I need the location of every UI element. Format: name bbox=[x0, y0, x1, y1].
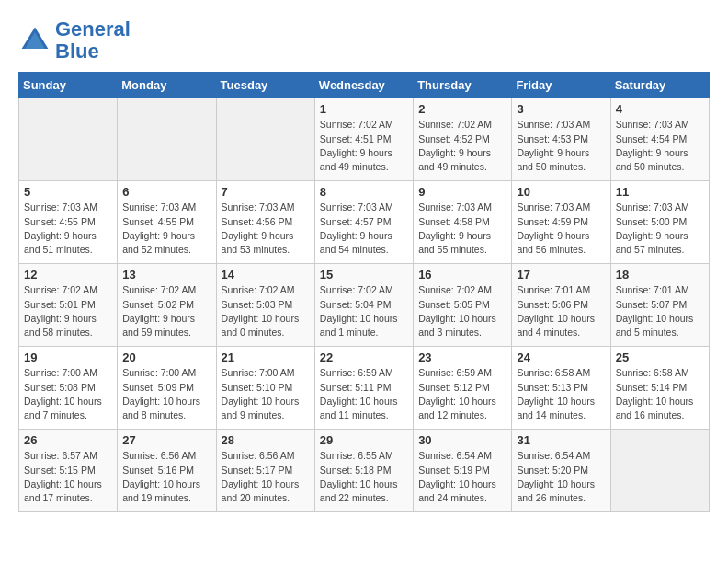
calendar-cell: 2Sunrise: 7:02 AM Sunset: 4:52 PM Daylig… bbox=[414, 98, 512, 181]
calendar-cell: 22Sunrise: 6:59 AM Sunset: 5:11 PM Dayli… bbox=[314, 347, 413, 430]
page-header: GeneralBlue bbox=[18, 18, 710, 63]
day-number: 17 bbox=[517, 268, 605, 282]
calendar-cell: 19Sunrise: 7:00 AM Sunset: 5:08 PM Dayli… bbox=[19, 347, 118, 430]
day-info: Sunrise: 7:03 AM Sunset: 4:59 PM Dayligh… bbox=[517, 201, 605, 257]
calendar-cell bbox=[19, 98, 118, 181]
calendar-cell bbox=[216, 98, 314, 181]
day-number: 14 bbox=[222, 268, 310, 282]
day-info: Sunrise: 7:02 AM Sunset: 5:05 PM Dayligh… bbox=[418, 283, 506, 339]
day-info: Sunrise: 6:59 AM Sunset: 5:11 PM Dayligh… bbox=[320, 366, 408, 422]
calendar-cell: 28Sunrise: 6:56 AM Sunset: 5:17 PM Dayli… bbox=[216, 430, 314, 512]
day-info: Sunrise: 6:58 AM Sunset: 5:13 PM Dayligh… bbox=[517, 366, 605, 422]
calendar-cell: 31Sunrise: 6:54 AM Sunset: 5:20 PM Dayli… bbox=[512, 430, 610, 512]
day-number: 10 bbox=[517, 185, 605, 199]
logo-icon bbox=[18, 24, 51, 57]
day-info: Sunrise: 6:57 AM Sunset: 5:15 PM Dayligh… bbox=[24, 449, 112, 505]
calendar-cell: 5Sunrise: 7:03 AM Sunset: 4:55 PM Daylig… bbox=[19, 181, 118, 264]
day-info: Sunrise: 7:00 AM Sunset: 5:10 PM Dayligh… bbox=[222, 366, 310, 422]
day-number: 27 bbox=[122, 433, 210, 447]
day-number: 21 bbox=[222, 350, 310, 364]
calendar-cell: 17Sunrise: 7:01 AM Sunset: 5:06 PM Dayli… bbox=[512, 264, 610, 347]
calendar-cell: 27Sunrise: 6:56 AM Sunset: 5:16 PM Dayli… bbox=[118, 430, 216, 512]
calendar-cell: 4Sunrise: 7:03 AM Sunset: 4:54 PM Daylig… bbox=[610, 98, 709, 181]
column-header-thursday: Thursday bbox=[414, 73, 512, 98]
week-row-1: 1Sunrise: 7:02 AM Sunset: 4:51 PM Daylig… bbox=[19, 98, 710, 181]
day-info: Sunrise: 6:54 AM Sunset: 5:19 PM Dayligh… bbox=[418, 449, 506, 505]
calendar-cell: 30Sunrise: 6:54 AM Sunset: 5:19 PM Dayli… bbox=[414, 430, 512, 512]
day-info: Sunrise: 7:03 AM Sunset: 4:58 PM Dayligh… bbox=[418, 201, 506, 257]
day-number: 8 bbox=[320, 185, 408, 199]
day-number: 5 bbox=[24, 185, 112, 199]
day-info: Sunrise: 6:59 AM Sunset: 5:12 PM Dayligh… bbox=[418, 366, 506, 422]
day-number: 16 bbox=[418, 268, 506, 282]
day-info: Sunrise: 7:02 AM Sunset: 5:02 PM Dayligh… bbox=[122, 283, 210, 339]
day-info: Sunrise: 7:02 AM Sunset: 4:51 PM Dayligh… bbox=[320, 118, 408, 174]
day-number: 3 bbox=[517, 102, 605, 116]
day-number: 22 bbox=[320, 350, 408, 364]
day-number: 19 bbox=[24, 350, 112, 364]
day-number: 12 bbox=[24, 268, 112, 282]
day-info: Sunrise: 6:54 AM Sunset: 5:20 PM Dayligh… bbox=[517, 449, 605, 505]
day-number: 15 bbox=[320, 268, 408, 282]
day-number: 13 bbox=[122, 268, 210, 282]
day-info: Sunrise: 7:00 AM Sunset: 5:09 PM Dayligh… bbox=[122, 366, 210, 422]
week-row-4: 19Sunrise: 7:00 AM Sunset: 5:08 PM Dayli… bbox=[19, 347, 710, 430]
calendar-cell: 6Sunrise: 7:03 AM Sunset: 4:55 PM Daylig… bbox=[118, 181, 216, 264]
day-info: Sunrise: 7:02 AM Sunset: 5:04 PM Dayligh… bbox=[320, 283, 408, 339]
calendar-cell: 23Sunrise: 6:59 AM Sunset: 5:12 PM Dayli… bbox=[414, 347, 512, 430]
calendar-cell: 14Sunrise: 7:02 AM Sunset: 5:03 PM Dayli… bbox=[216, 264, 314, 347]
calendar-cell: 7Sunrise: 7:03 AM Sunset: 4:56 PM Daylig… bbox=[216, 181, 314, 264]
calendar-cell: 10Sunrise: 7:03 AM Sunset: 4:59 PM Dayli… bbox=[512, 181, 610, 264]
calendar-cell: 9Sunrise: 7:03 AM Sunset: 4:58 PM Daylig… bbox=[414, 181, 512, 264]
calendar-cell: 12Sunrise: 7:02 AM Sunset: 5:01 PM Dayli… bbox=[19, 264, 118, 347]
column-header-saturday: Saturday bbox=[610, 73, 709, 98]
calendar-cell: 13Sunrise: 7:02 AM Sunset: 5:02 PM Dayli… bbox=[118, 264, 216, 347]
calendar-cell: 29Sunrise: 6:55 AM Sunset: 5:18 PM Dayli… bbox=[314, 430, 413, 512]
calendar-cell: 25Sunrise: 6:58 AM Sunset: 5:14 PM Dayli… bbox=[610, 347, 709, 430]
calendar-cell: 3Sunrise: 7:03 AM Sunset: 4:53 PM Daylig… bbox=[512, 98, 610, 181]
calendar-cell bbox=[610, 430, 709, 512]
calendar-header-row: SundayMondayTuesdayWednesdayThursdayFrid… bbox=[19, 73, 710, 98]
day-number: 23 bbox=[418, 350, 506, 364]
day-number: 4 bbox=[616, 102, 704, 116]
day-info: Sunrise: 7:02 AM Sunset: 5:03 PM Dayligh… bbox=[222, 283, 310, 339]
day-info: Sunrise: 7:03 AM Sunset: 4:54 PM Dayligh… bbox=[616, 118, 704, 174]
calendar-cell: 26Sunrise: 6:57 AM Sunset: 5:15 PM Dayli… bbox=[19, 430, 118, 512]
calendar-cell: 16Sunrise: 7:02 AM Sunset: 5:05 PM Dayli… bbox=[414, 264, 512, 347]
day-info: Sunrise: 7:02 AM Sunset: 5:01 PM Dayligh… bbox=[24, 283, 112, 339]
day-info: Sunrise: 7:03 AM Sunset: 4:57 PM Dayligh… bbox=[320, 201, 408, 257]
day-number: 18 bbox=[616, 268, 704, 282]
day-number: 7 bbox=[222, 185, 310, 199]
calendar-cell: 20Sunrise: 7:00 AM Sunset: 5:09 PM Dayli… bbox=[118, 347, 216, 430]
column-header-wednesday: Wednesday bbox=[314, 73, 413, 98]
calendar-cell: 1Sunrise: 7:02 AM Sunset: 4:51 PM Daylig… bbox=[314, 98, 413, 181]
day-info: Sunrise: 7:01 AM Sunset: 5:07 PM Dayligh… bbox=[616, 283, 704, 339]
day-info: Sunrise: 7:00 AM Sunset: 5:08 PM Dayligh… bbox=[24, 366, 112, 422]
day-number: 29 bbox=[320, 433, 408, 447]
column-header-sunday: Sunday bbox=[19, 73, 118, 98]
day-number: 25 bbox=[616, 350, 704, 364]
column-header-friday: Friday bbox=[512, 73, 610, 98]
day-info: Sunrise: 6:56 AM Sunset: 5:16 PM Dayligh… bbox=[122, 449, 210, 505]
day-number: 6 bbox=[122, 185, 210, 199]
column-header-monday: Monday bbox=[118, 73, 216, 98]
calendar-cell: 18Sunrise: 7:01 AM Sunset: 5:07 PM Dayli… bbox=[610, 264, 709, 347]
day-info: Sunrise: 7:03 AM Sunset: 4:55 PM Dayligh… bbox=[122, 201, 210, 257]
day-info: Sunrise: 7:03 AM Sunset: 4:53 PM Dayligh… bbox=[517, 118, 605, 174]
day-number: 28 bbox=[222, 433, 310, 447]
day-number: 30 bbox=[418, 433, 506, 447]
calendar-table: SundayMondayTuesdayWednesdayThursdayFrid… bbox=[18, 72, 710, 512]
logo: GeneralBlue bbox=[18, 18, 131, 63]
calendar-cell: 11Sunrise: 7:03 AM Sunset: 5:00 PM Dayli… bbox=[610, 181, 709, 264]
day-number: 20 bbox=[122, 350, 210, 364]
day-number: 2 bbox=[418, 102, 506, 116]
day-info: Sunrise: 7:03 AM Sunset: 4:56 PM Dayligh… bbox=[222, 201, 310, 257]
week-row-3: 12Sunrise: 7:02 AM Sunset: 5:01 PM Dayli… bbox=[19, 264, 710, 347]
day-info: Sunrise: 7:02 AM Sunset: 4:52 PM Dayligh… bbox=[418, 118, 506, 174]
day-number: 26 bbox=[24, 433, 112, 447]
week-row-5: 26Sunrise: 6:57 AM Sunset: 5:15 PM Dayli… bbox=[19, 430, 710, 512]
column-header-tuesday: Tuesday bbox=[216, 73, 314, 98]
calendar-cell: 21Sunrise: 7:00 AM Sunset: 5:10 PM Dayli… bbox=[216, 347, 314, 430]
day-number: 9 bbox=[418, 185, 506, 199]
logo-text: GeneralBlue bbox=[55, 18, 131, 63]
